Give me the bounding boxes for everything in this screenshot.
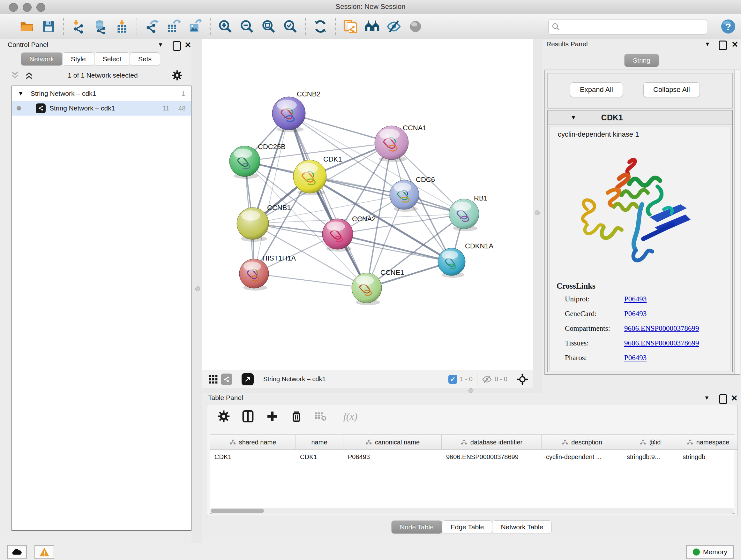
warning-status-button[interactable] [35, 545, 54, 559]
network-node[interactable] [390, 180, 419, 212]
save-session-icon[interactable] [41, 19, 56, 34]
column-header-database-identifier[interactable]: database identifier [442, 435, 542, 450]
network-node[interactable] [438, 248, 465, 278]
bottom-splitter-handle[interactable] [468, 388, 473, 393]
tab-select[interactable]: Select [94, 52, 130, 66]
cell-id[interactable]: stringdb:9... [622, 450, 678, 463]
cell-database-identifier[interactable]: 9606.ENSP00000378699 [442, 450, 542, 463]
expand-all-chevron-icon[interactable] [24, 71, 34, 79]
zoom-in-icon[interactable] [218, 19, 233, 34]
homology-houses-icon[interactable] [364, 19, 380, 34]
column-header-namespace[interactable]: namespace [678, 435, 738, 450]
results-vertical-scrollbar[interactable] [734, 70, 740, 374]
network-node[interactable] [293, 160, 327, 195]
zoom-out-icon[interactable] [239, 19, 255, 34]
cell-description[interactable]: cyclin-dependent ... [542, 450, 622, 463]
collapse-all-button[interactable]: Collapse All [643, 82, 700, 97]
results-panel-close-icon[interactable]: ✕ [731, 41, 738, 48]
network-canvas[interactable]: CCNB2CCNA1CDC25BCDK1CDC6RB1CCNB1CCNA2CDK… [202, 39, 533, 370]
results-panel-collapse-icon[interactable]: ▼ [704, 41, 711, 48]
network-node[interactable] [229, 146, 260, 179]
column-header-name[interactable]: name [295, 435, 343, 450]
open-session-icon[interactable] [19, 19, 35, 34]
tab-sets[interactable]: Sets [130, 52, 160, 66]
crosslink-compartments-link[interactable]: 9606.ENSP00000378699 [624, 324, 699, 333]
tab-edge-table[interactable]: Edge Table [442, 520, 493, 534]
import-table-file-icon[interactable] [114, 19, 130, 34]
expand-all-button[interactable]: Expand All [570, 82, 623, 97]
tab-network[interactable]: Network [21, 52, 63, 66]
tab-style[interactable]: Style [62, 52, 94, 66]
export-network-icon[interactable] [144, 19, 159, 34]
control-panel-collapse-icon[interactable]: ▼ [158, 42, 163, 48]
column-header-description[interactable]: description [542, 435, 622, 450]
column-header-canonical-name[interactable]: canonical name [343, 435, 442, 450]
collection-expander-icon[interactable]: ▼ [18, 90, 23, 97]
show-grid-icon[interactable] [207, 372, 219, 387]
table-row[interactable]: CDK1 CDK1 P06493 9606.ENSP00000378699 cy… [210, 450, 735, 463]
gear-icon[interactable] [172, 70, 183, 81]
tab-node-table[interactable]: Node Table [391, 520, 442, 534]
hide-glass-effect-icon[interactable] [386, 19, 401, 34]
import-network-file-icon[interactable] [71, 19, 86, 34]
crosslink-genecard-link[interactable]: P06493 [624, 310, 647, 318]
cell-name[interactable]: CDK1 [295, 450, 343, 463]
tab-network-table[interactable]: Network Table [492, 520, 552, 534]
string-view-icon[interactable] [221, 374, 232, 385]
import-network-database-icon[interactable] [92, 19, 108, 34]
network-node[interactable] [237, 207, 269, 242]
table-horizontal-scrollbar[interactable] [210, 508, 734, 514]
crosslink-uniprot-link[interactable]: P06493 [624, 295, 647, 303]
scrollbar-thumb[interactable] [211, 509, 264, 513]
export-table-icon[interactable] [166, 19, 181, 34]
control-panel-float-icon[interactable] [173, 41, 181, 51]
column-header-shared-name[interactable]: shared name [210, 435, 295, 450]
network-node[interactable] [239, 259, 269, 291]
search-input[interactable] [563, 23, 704, 31]
cell-namespace[interactable]: stringdb [678, 450, 738, 463]
show-structure-images-icon[interactable] [408, 19, 423, 34]
zoom-selected-icon[interactable] [283, 19, 298, 34]
network-collection-row[interactable]: ▼ String Network – cdk1 1 [12, 86, 191, 101]
network-view-toolbar: String Network – cdk1 ✓ 1 - 0 0 - 0 [202, 370, 533, 388]
cell-canonical-name[interactable]: P06493 [343, 450, 442, 463]
network-graph[interactable]: CCNB2CCNA1CDC25BCDK1CDC6RB1CCNB1CCNA2CDK… [202, 39, 533, 370]
export-image-icon[interactable] [188, 19, 203, 34]
cloud-status-button[interactable] [7, 545, 27, 559]
refresh-icon[interactable] [313, 19, 328, 34]
tab-string[interactable]: String [624, 54, 659, 67]
network-row[interactable]: String Network – cdk1 11 48 [12, 101, 191, 116]
table-panel-collapse-icon[interactable]: ▼ [704, 395, 710, 401]
string-protein-query-icon[interactable] [343, 19, 358, 34]
network-node[interactable] [352, 273, 382, 305]
birdseye-navigator-icon[interactable] [517, 374, 528, 385]
crosslink-pharos-link[interactable]: P06493 [624, 354, 647, 362]
table-panel-float-icon[interactable] [719, 394, 727, 404]
gene-entry-header[interactable]: ▼ CDK1 [548, 111, 732, 125]
delete-table-icon[interactable] [313, 409, 328, 424]
cell-shared-name[interactable]: CDK1 [210, 450, 295, 463]
node-label: CCNB2 [297, 90, 321, 98]
collapse-all-chevron-icon[interactable] [10, 71, 20, 79]
show-columns-icon[interactable] [241, 409, 255, 424]
delete-column-icon[interactable] [289, 409, 304, 424]
zoom-fit-icon[interactable] [261, 19, 276, 34]
search-field[interactable] [548, 19, 707, 35]
create-column-icon[interactable] [265, 409, 280, 424]
results-panel-float-icon[interactable] [719, 41, 727, 50]
function-builder-icon[interactable]: f(x) [338, 409, 363, 424]
table-panel-close-icon[interactable]: ✕ [731, 394, 738, 402]
memory-button[interactable]: Memory [686, 545, 734, 559]
table-gear-icon[interactable] [216, 409, 231, 424]
help-icon[interactable]: ? [721, 19, 736, 34]
column-header-id[interactable]: @id [622, 435, 678, 450]
selected-checkbox-icon[interactable]: ✓ [448, 375, 457, 384]
network-name: String Network – cdk1 [50, 105, 115, 112]
gene-expander-icon[interactable]: ▼ [570, 114, 576, 121]
detach-view-icon[interactable] [242, 373, 254, 385]
left-splitter-handle[interactable] [195, 287, 200, 291]
crosslink-tissues-link[interactable]: 9606.ENSP00000378699 [624, 339, 699, 348]
network-node[interactable] [449, 199, 479, 231]
control-panel-close-icon[interactable]: ✕ [185, 41, 192, 49]
right-splitter-handle[interactable] [535, 210, 540, 215]
